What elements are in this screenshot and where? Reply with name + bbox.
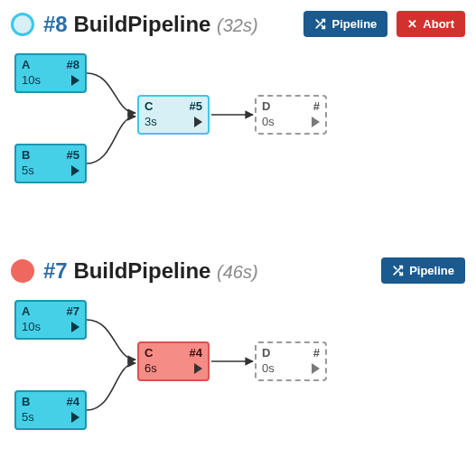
shuffle-icon [392,265,404,276]
pipeline-run: #7 BuildPipeline (46s) Pipeline A#7 10s [11,257,465,458]
node-build: #5 [190,99,202,113]
status-indicator [11,13,34,36]
node-duration: 0s [262,115,275,128]
node-name: A [22,304,30,318]
pipeline-graph: A#7 10s B#4 5s C#4 6s D# 0s [11,296,465,458]
run-title: #8 BuildPipeline (32s) [43,12,258,37]
node-name: B [22,395,30,408]
run-name: BuildPipeline [73,12,210,36]
node-build: # [313,99,320,113]
play-icon[interactable] [71,75,79,86]
pipeline-button[interactable]: Pipeline [303,11,387,37]
run-number[interactable]: #8 [43,12,68,36]
node-build: #8 [67,58,79,71]
pipeline-node-d[interactable]: D# 0s [255,341,327,381]
run-header: #8 BuildPipeline (32s) Pipeline ✕ Abort [11,11,465,37]
node-name: B [22,148,30,162]
play-icon[interactable] [71,165,79,176]
run-name: BuildPipeline [73,258,210,283]
pipeline-graph: A#8 10s B#5 5s C#5 3s D# 0s [11,50,465,212]
shuffle-icon [314,18,326,30]
close-icon: ✕ [407,18,417,30]
pipeline-node-b[interactable]: B#5 5s [14,144,87,183]
node-name: C [145,346,153,360]
node-duration: 3s [145,115,157,128]
play-icon[interactable] [71,412,79,423]
node-build: #7 [67,304,79,318]
pipeline-node-a[interactable]: A#8 10s [14,53,87,93]
abort-button[interactable]: ✕ Abort [397,11,465,37]
play-icon[interactable] [312,117,320,127]
node-build: #4 [190,346,202,360]
play-icon[interactable] [194,117,202,127]
node-name: A [22,58,30,71]
node-duration: 10s [22,73,41,87]
node-name: C [145,99,153,113]
node-duration: 6s [145,361,157,375]
play-icon[interactable] [194,363,202,374]
pipeline-button-label: Pipeline [331,17,377,31]
abort-button-label: Abort [423,17,454,31]
run-duration: (46s) [217,262,258,282]
svg-line-2 [317,20,320,23]
node-build: #4 [67,395,79,408]
run-duration: (32s) [217,15,258,35]
pipeline-node-d[interactable]: D# 0s [255,95,327,135]
pipeline-button-label: Pipeline [409,264,454,277]
node-duration: 5s [22,410,34,424]
pipeline-node-c[interactable]: C#5 3s [137,95,210,135]
pipeline-button[interactable]: Pipeline [381,257,465,284]
run-number[interactable]: #7 [43,258,68,283]
node-build: # [313,346,320,360]
pipeline-node-a[interactable]: A#7 10s [14,300,87,340]
play-icon[interactable] [312,363,320,374]
run-header: #7 BuildPipeline (46s) Pipeline [11,257,465,284]
node-duration: 5s [22,164,34,177]
node-build: #5 [67,148,79,162]
svg-line-6 [394,266,397,269]
status-indicator [11,259,34,283]
node-name: D [262,346,270,360]
pipeline-node-c[interactable]: C#4 6s [137,341,210,381]
node-name: D [262,99,270,113]
pipeline-run: #8 BuildPipeline (32s) Pipeline ✕ Abort [11,11,465,212]
node-duration: 10s [22,320,41,333]
pipeline-node-b[interactable]: B#4 5s [14,390,87,430]
run-title: #7 BuildPipeline (46s) [43,258,258,284]
node-duration: 0s [262,361,275,375]
play-icon[interactable] [71,322,79,332]
